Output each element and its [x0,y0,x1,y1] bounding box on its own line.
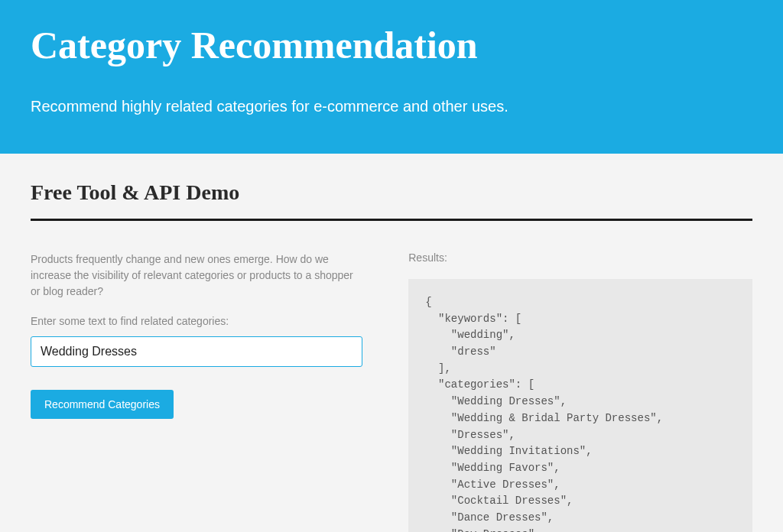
demo-columns: Products frequently change and new ones … [31,251,752,532]
results-output: { "keywords": [ "wedding", "dress" ], "c… [408,279,752,532]
input-column: Products frequently change and new ones … [31,251,362,532]
category-text-input[interactable] [31,336,362,367]
demo-section-title: Free Tool & API Demo [31,180,752,205]
intro-text: Products frequently change and new ones … [31,251,362,300]
recommend-categories-button[interactable]: Recommend Categories [31,390,174,419]
page-subtitle: Recommend highly related categories for … [31,98,752,115]
section-divider [31,219,752,221]
content-section: Free Tool & API Demo Products frequently… [0,154,783,532]
page-title: Category Recommendation [31,23,752,67]
input-label: Enter some text to find related categori… [31,315,362,327]
results-column: Results: { "keywords": [ "wedding", "dre… [408,251,752,532]
hero-section: Category Recommendation Recommend highly… [0,0,783,154]
results-label: Results: [408,251,752,264]
